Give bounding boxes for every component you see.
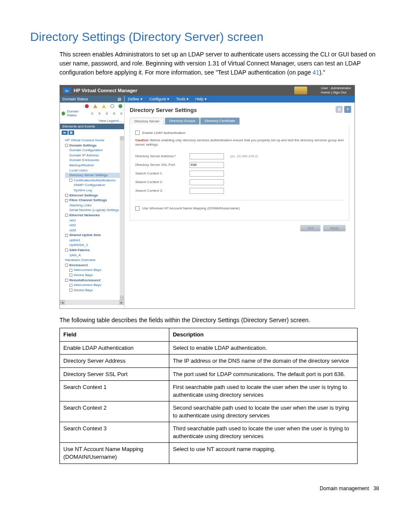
tree-scrollbar[interactable] xyxy=(120,136,124,300)
user-links[interactable]: Home | Sign Out xyxy=(321,90,351,95)
hp-logo-icon: hp xyxy=(62,87,71,93)
tree-item-label: SNMP Configuration xyxy=(74,183,105,187)
enable-ldap-checkbox[interactable] xyxy=(135,131,140,135)
table-cell: Third searchable path used to locate the… xyxy=(169,422,358,443)
tree-item[interactable]: Domain IP Address xyxy=(65,153,123,158)
tree-square-icon xyxy=(65,199,68,202)
app-titlebar: hp HP Virtual Connect Manager User : Adm… xyxy=(60,85,355,96)
tree-item-label: Ethernet Networks xyxy=(69,213,100,217)
tree-item[interactable]: net2 xyxy=(65,223,123,228)
h-scrollbar[interactable]: ◂▸ xyxy=(60,300,124,305)
form-label: Directory Server SSL Port: xyxy=(135,163,187,167)
tree-item[interactable]: SAN_A xyxy=(65,253,123,258)
count-3: 0 xyxy=(113,112,115,115)
tree-item-label: Backup/Restore xyxy=(69,163,94,167)
form-input-2[interactable] xyxy=(190,171,224,177)
tree-square-icon xyxy=(69,274,72,277)
menu-item[interactable]: Tools ▾ xyxy=(176,97,189,101)
tree-item[interactable]: Directory Server Settings xyxy=(65,173,123,178)
view-legend-link[interactable]: View Legend... xyxy=(60,118,124,124)
form-input-1[interactable] xyxy=(190,162,224,168)
test-button[interactable]: Test xyxy=(300,225,321,231)
tree-item[interactable]: Backup/Restore xyxy=(65,163,123,168)
tree-item[interactable]: net1 xyxy=(65,218,123,223)
table-cell: First searchable path used to locate the… xyxy=(169,381,358,401)
tree-square-icon xyxy=(69,179,72,182)
tree-square-icon xyxy=(69,289,72,292)
tree-item[interactable]: Ethernet Settings xyxy=(65,193,123,198)
status-ok-icon xyxy=(62,112,65,115)
status-minor-icon xyxy=(102,104,106,108)
tree-item[interactable]: Ethernet Networks xyxy=(65,213,123,218)
tree-item[interactable]: Enclosure1 xyxy=(65,263,123,268)
app-title: HP Virtual Connect Manager xyxy=(74,88,137,93)
tree-item-label: Shared Uplink Sets xyxy=(69,233,101,237)
menu-item[interactable]: Configure ▾ xyxy=(149,97,170,101)
left-tab-2[interactable]: ▦ xyxy=(68,131,74,135)
page-link-41[interactable]: 41 xyxy=(313,69,320,76)
tree-item[interactable]: Hardware Overview xyxy=(65,258,123,263)
tree-item[interactable]: net3 xyxy=(65,228,123,233)
panel-collapse-icon[interactable]: ▤ xyxy=(118,97,121,101)
status-info-icon xyxy=(110,104,114,108)
tree-item[interactable]: HP Virtual Connect Home xyxy=(65,138,123,143)
footer-section: Domain management xyxy=(320,485,369,492)
tree-item-label: Enclosure1 xyxy=(69,263,88,267)
tree-square-icon xyxy=(69,269,72,272)
tab-directory-server[interactable]: Directory Server xyxy=(130,118,164,124)
divider xyxy=(135,200,344,200)
table-cell: Directory Server Address xyxy=(60,355,169,368)
tab-directory-certificate[interactable]: Directory Certificate xyxy=(200,118,239,124)
intro-paragraph: This screen enables Administrators to se… xyxy=(59,50,381,77)
tree-item-label: Domain Settings xyxy=(69,143,97,147)
form-row: Search Context 2: xyxy=(135,179,344,185)
form-row: Directory Server SSL Port: xyxy=(135,162,344,168)
tree-item[interactable]: Local Users xyxy=(65,168,123,173)
tree-item-label: Domain Configuration xyxy=(69,148,103,152)
print-icon[interactable]: ⎙ xyxy=(336,106,342,113)
tree-item[interactable]: Device Bays xyxy=(65,288,123,293)
tree-item[interactable]: UplinkSet_2 xyxy=(65,243,123,248)
tree-item-label: net3 xyxy=(69,228,76,232)
tree-item[interactable]: uplink1 xyxy=(65,238,123,243)
nt-mapping-checkbox[interactable] xyxy=(135,206,140,211)
apply-button[interactable]: Apply xyxy=(323,225,346,231)
tree-item[interactable]: Fibre Channel Settings xyxy=(65,198,123,203)
table-cell: Directory Server SSL Port xyxy=(60,367,169,381)
tree-item[interactable]: Domain Settings xyxy=(65,143,123,148)
form-input-0[interactable] xyxy=(190,153,224,159)
tree-item[interactable]: Serial Number (Logical) Settings xyxy=(65,208,123,213)
menubar: Define ▾Configure ▾Tools ▾Help ▾ xyxy=(125,96,355,103)
tree-item[interactable]: Stacking Links xyxy=(65,203,123,208)
form-label: Search Context 2: xyxy=(135,180,187,184)
domain-status-text: Domain Status xyxy=(67,109,88,117)
tree-item[interactable]: Domain Enclosures xyxy=(65,158,123,163)
tree-item[interactable]: Certificates/Authentications xyxy=(65,178,123,183)
domain-status-header: Domain Status ▤ xyxy=(60,96,124,103)
count-4: 0 xyxy=(121,112,122,115)
tree-item[interactable]: SAN Fabrics xyxy=(65,248,123,253)
tree-item[interactable]: System Log xyxy=(65,188,123,193)
form-input-3[interactable] xyxy=(190,179,224,185)
table-row: Search Context 1First searchable path us… xyxy=(60,381,358,401)
tree-item[interactable]: Domain Configuration xyxy=(65,148,123,153)
tree-item[interactable]: Device Bays xyxy=(65,273,123,278)
form-label: Search Context 3: xyxy=(135,189,187,193)
tree-item-label: RemoteEnclosure2 xyxy=(69,278,100,282)
table-cell: Select to enable LDAP authentication. xyxy=(169,341,358,355)
intro-text-pre: This screen enables Administrators to se… xyxy=(59,51,376,76)
tree-item[interactable]: Interconnect Bays xyxy=(65,268,123,273)
help-icon[interactable]: ? xyxy=(344,106,351,113)
tab-directory-groups[interactable]: Directory Groups xyxy=(165,118,199,124)
tree-item[interactable]: RemoteEnclosure2 xyxy=(65,278,123,283)
menu-item[interactable]: Define ▾ xyxy=(128,97,143,101)
tree-item[interactable]: Interconnect Bays xyxy=(65,283,123,288)
form-row: Search Context 1: xyxy=(135,171,344,177)
table-cell: Enable LDAP Authentication xyxy=(60,341,169,355)
tree-item[interactable]: SNMP Configuration xyxy=(65,183,123,188)
form-input-4[interactable] xyxy=(190,188,224,194)
tree-item-label: HP Virtual Connect Home xyxy=(65,138,104,142)
tree-item[interactable]: Shared Uplink Sets xyxy=(65,233,123,238)
menu-item[interactable]: Help ▾ xyxy=(196,97,207,101)
left-tab-1[interactable]: ◂▸ xyxy=(62,131,68,135)
